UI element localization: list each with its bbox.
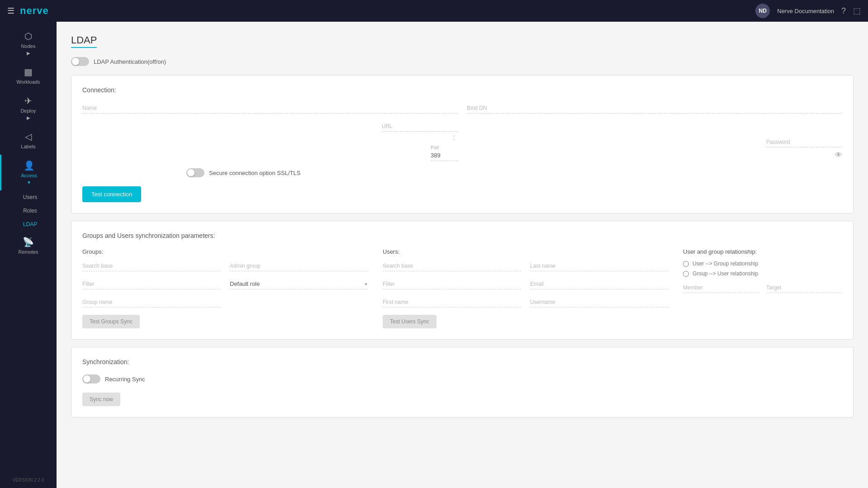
main-content: LDAP LDAP Authentication(off/on) Connect… <box>57 22 868 488</box>
user-group-radio-item[interactable]: User --> Group relationship <box>683 261 842 267</box>
sidebar-item-ldap[interactable]: LDAP <box>0 218 57 231</box>
deploy-arrow: ▶ <box>27 115 30 120</box>
workloads-icon: ▦ <box>24 66 33 77</box>
toggle-knob <box>72 58 79 65</box>
sidebar-item-label: Remotes <box>18 249 38 255</box>
users-row2 <box>383 279 669 289</box>
member-input[interactable] <box>683 282 759 293</box>
group-user-radio[interactable] <box>683 271 689 277</box>
default-role-select[interactable]: Default role <box>230 279 368 289</box>
ssl-label: Secure connection option SSL/TLS <box>209 170 300 176</box>
name-binddn-row <box>82 103 842 114</box>
access-arrow: ▼ <box>27 180 31 185</box>
url-input[interactable] <box>382 121 458 132</box>
groups-filter-field <box>82 279 221 289</box>
sidebar-item-nodes[interactable]: ⬡ Nodes ▶ <box>0 25 57 61</box>
sidebar-item-users[interactable]: Users <box>0 190 57 204</box>
page-title: LDAP <box>71 34 97 48</box>
group-user-radio-item[interactable]: Group --> User relationship <box>683 270 842 277</box>
access-icon: 👤 <box>24 160 35 171</box>
users-filter-field <box>383 279 521 289</box>
groups-search-base-field <box>82 261 221 271</box>
port-separator: : <box>453 133 455 142</box>
sidebar-item-labels[interactable]: ◁ Labels <box>0 126 57 155</box>
sync-now-button[interactable]: Sync now <box>82 393 120 406</box>
version-label: VERSION 2.2.0 <box>0 478 57 483</box>
sidebar-item-label: Nodes <box>21 43 36 49</box>
topbar: ☰ nerve ND Nerve Documentation ? ⬚ <box>0 0 868 22</box>
group-name-input[interactable] <box>82 297 221 308</box>
sidebar-item-label: Workloads <box>17 79 40 85</box>
users-row1 <box>383 261 669 271</box>
port-input[interactable] <box>431 150 458 161</box>
remotes-icon: 📡 <box>23 237 34 247</box>
users-row3 <box>383 297 669 308</box>
labels-icon: ◁ <box>25 131 32 142</box>
test-users-sync-button[interactable]: Test Users Sync <box>383 315 436 328</box>
help-icon[interactable]: ? <box>841 6 846 16</box>
relationship-column: User and group relationship: User --> Gr… <box>683 248 842 328</box>
password-wrapper <box>766 137 842 147</box>
name-input[interactable] <box>82 103 458 114</box>
port-wrapper: Port <box>431 145 458 161</box>
groups-column: Groups: Default role <box>82 248 368 328</box>
access-submenu: Users Roles LDAP <box>0 190 57 231</box>
url-password-row: : Port 👁 <box>82 121 842 161</box>
sidebar-item-label: Access <box>21 173 37 178</box>
logout-icon[interactable]: ⬚ <box>853 6 861 16</box>
user-group-radio[interactable] <box>683 261 689 267</box>
email-input[interactable] <box>530 279 669 289</box>
recurring-sync-toggle[interactable] <box>82 374 100 384</box>
ldap-auth-row: LDAP Authentication(off/on) <box>71 57 854 66</box>
groups-row1 <box>82 261 368 271</box>
groups-filter-input[interactable] <box>82 279 221 289</box>
groups-search-base-input[interactable] <box>82 261 221 271</box>
users-search-base-input[interactable] <box>383 261 521 271</box>
email-field <box>530 279 669 289</box>
bind-dn-input[interactable] <box>467 103 842 114</box>
hamburger-icon[interactable]: ☰ <box>7 6 14 16</box>
users-filter-input[interactable] <box>383 279 521 289</box>
sidebar-item-label: Labels <box>21 144 35 149</box>
relationship-radio-group: User --> Group relationship Group --> Us… <box>683 261 842 277</box>
sidebar-item-deploy[interactable]: ✈ Deploy ▶ <box>0 90 57 126</box>
username-field <box>530 297 669 308</box>
nodes-arrow: ▶ <box>27 51 30 56</box>
user-group-label: User --> Group relationship <box>693 261 758 267</box>
password-input[interactable] <box>766 137 842 147</box>
sidebar-item-remotes[interactable]: 📡 Remotes <box>0 231 57 260</box>
groups-row2: Default role ▼ <box>82 279 368 289</box>
groups-title: Groups: <box>82 248 368 255</box>
eye-icon[interactable]: 👁 <box>835 151 842 159</box>
topbar-left: ☰ nerve <box>7 5 49 17</box>
sync-columns: Groups: Default role <box>82 248 842 328</box>
groups-row3 <box>82 297 368 308</box>
sidebar-item-access[interactable]: 👤 Access ▼ <box>0 155 57 190</box>
sync-params-section: Groups and Users synchronization paramet… <box>71 221 854 340</box>
users-column: Users: <box>383 248 669 328</box>
first-name-field <box>383 297 521 308</box>
port-label: Port <box>431 145 458 150</box>
ssl-row: Secure connection option SSL/TLS <box>186 168 842 177</box>
admin-group-field <box>230 261 368 271</box>
doc-link[interactable]: Nerve Documentation <box>777 8 834 14</box>
bind-dn-field <box>467 103 842 114</box>
first-name-input[interactable] <box>383 297 521 308</box>
default-role-field: Default role ▼ <box>230 279 368 289</box>
ldap-auth-toggle[interactable] <box>71 57 89 66</box>
recurring-sync-label: Recurring Sync <box>105 376 145 383</box>
member-target-row <box>683 282 842 293</box>
logo: nerve <box>20 5 49 17</box>
sidebar-item-roles[interactable]: Roles <box>0 204 57 218</box>
relationship-title: User and group relationship: <box>683 248 842 255</box>
sidebar: ⬡ Nodes ▶ ▦ Workloads ✈ Deploy ▶ ◁ Label… <box>0 22 57 488</box>
test-groups-sync-button[interactable]: Test Groups Sync <box>82 315 140 328</box>
last-name-input[interactable] <box>530 261 669 271</box>
ssl-toggle[interactable] <box>186 168 204 177</box>
admin-group-input[interactable] <box>230 261 368 271</box>
username-input[interactable] <box>530 297 669 308</box>
target-input[interactable] <box>766 282 842 293</box>
recurring-sync-row: Recurring Sync <box>82 374 842 384</box>
test-connection-button[interactable]: Test connection <box>82 186 141 202</box>
sidebar-item-workloads[interactable]: ▦ Workloads <box>0 61 57 90</box>
